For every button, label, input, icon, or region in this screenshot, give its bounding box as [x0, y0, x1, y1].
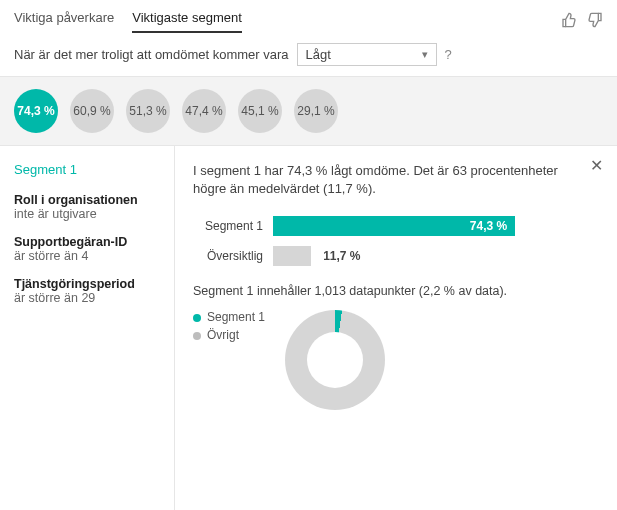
segment-bubble-5[interactable]: 45,1 %: [238, 89, 282, 133]
legend-label: Övrigt: [207, 328, 239, 342]
condition-2: Supportbegäran-ID är större än 4: [14, 235, 160, 263]
condition-value: inte är utgivare: [14, 207, 160, 221]
segment-bubble-6[interactable]: 29,1 %: [294, 89, 338, 133]
donut-legend: Segment 1 Övrigt: [193, 310, 265, 346]
bar-label: Översiktlig: [193, 249, 273, 263]
outcome-selected: Lågt: [306, 47, 331, 62]
thumbs-down-icon[interactable]: [587, 12, 603, 31]
segment-bubble-3[interactable]: 51,3 %: [126, 89, 170, 133]
legend-dot-other: [193, 332, 201, 340]
bar-value: 11,7 %: [317, 249, 360, 263]
thumbs-up-icon[interactable]: [561, 12, 577, 31]
bar-value: 74,3 %: [470, 219, 507, 233]
segment-bubble-1[interactable]: 74,3 %: [14, 89, 58, 133]
bar-fill: 11,7 %: [273, 246, 311, 266]
condition-3: Tjänstgöringsperiod är större än 29: [14, 277, 160, 305]
condition-1: Roll i organisationen inte är utgivare: [14, 193, 160, 221]
segment-bubble-2[interactable]: 60,9 %: [70, 89, 114, 133]
prompt-text: När är det mer troligt att omdömet komme…: [14, 47, 289, 62]
legend-dot-segment: [193, 314, 201, 322]
tab-top-segments[interactable]: Viktigaste segment: [132, 10, 242, 33]
bar-row-overall: Översiktlig 11,7 %: [193, 246, 599, 266]
segment-bar-chart: Segment 1 74,3 % Översiktlig 11,7 %: [193, 216, 599, 266]
bar-row-segment: Segment 1 74,3 %: [193, 216, 599, 236]
bar-label: Segment 1: [193, 219, 273, 233]
datapoints-text: Segment 1 innehåller 1,013 datapunkter (…: [193, 284, 599, 298]
summary-text: I segment 1 har 74,3 % lågt omdöme. Det …: [193, 162, 599, 198]
segment-title: Segment 1: [14, 162, 160, 177]
close-icon[interactable]: ✕: [590, 156, 603, 175]
bar-fill: 74,3 %: [273, 216, 515, 236]
donut-chart: [285, 310, 385, 410]
segment-bubble-4[interactable]: 47,4 %: [182, 89, 226, 133]
chevron-down-icon: ▾: [422, 48, 428, 61]
tab-key-influencers[interactable]: Viktiga påverkare: [14, 10, 114, 33]
segment-bubbles: 74,3 % 60,9 % 51,3 % 47,4 % 45,1 % 29,1 …: [0, 76, 617, 146]
help-icon[interactable]: ?: [445, 47, 452, 62]
condition-value: är större än 4: [14, 249, 160, 263]
legend-label: Segment 1: [207, 310, 265, 324]
condition-value: är större än 29: [14, 291, 160, 305]
condition-key: Roll i organisationen: [14, 193, 160, 207]
condition-key: Tjänstgöringsperiod: [14, 277, 160, 291]
outcome-select[interactable]: Lågt ▾: [297, 43, 437, 66]
condition-key: Supportbegäran-ID: [14, 235, 160, 249]
